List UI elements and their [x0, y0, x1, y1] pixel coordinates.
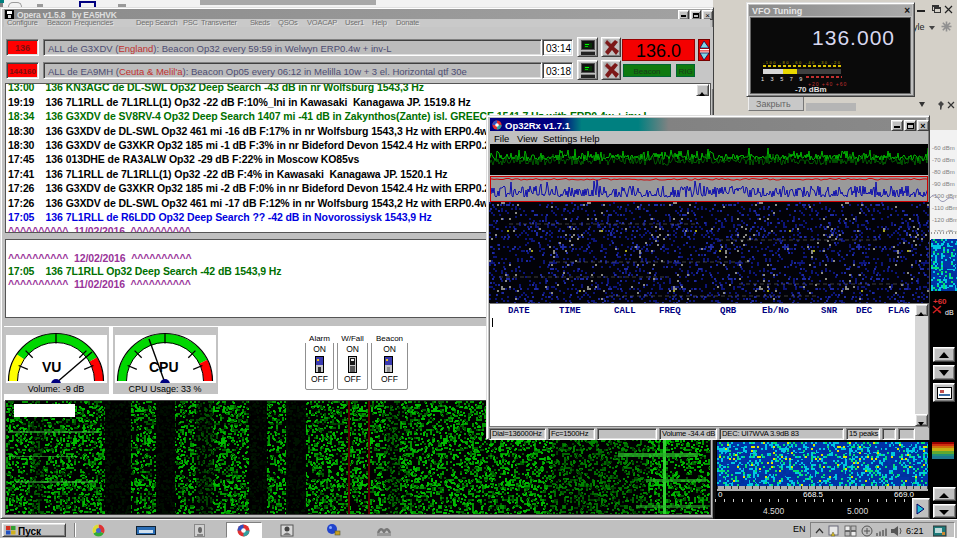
- svg-text:CPU Usage: 33 %: CPU Usage: 33 %: [128, 384, 201, 394]
- svg-text:VU: VU: [42, 359, 61, 375]
- svg-text:CPU: CPU: [149, 359, 179, 375]
- svg-text:Volume: -9 dB: Volume: -9 dB: [28, 384, 85, 394]
